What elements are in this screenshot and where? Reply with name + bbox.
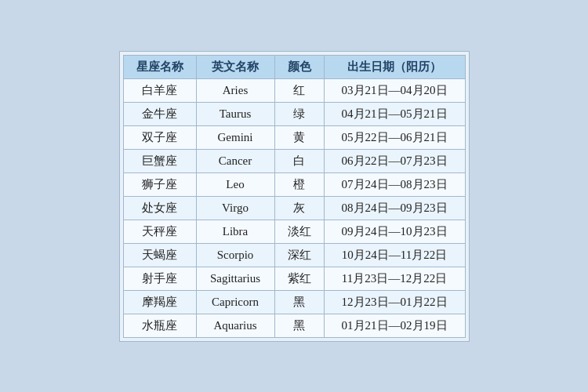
cell-english: Leo [196,172,274,196]
cell-chinese: 处女座 [123,196,196,220]
cell-english: Gemini [196,125,274,149]
cell-chinese: 天秤座 [123,220,196,243]
table-body: 白羊座Aries红03月21日—04月20日金牛座Taurus绿04月21日—0… [123,78,465,337]
cell-chinese: 天蝎座 [123,243,196,267]
cell-date: 11月23日—12月22日 [324,267,465,290]
cell-color: 淡红 [274,220,324,243]
cell-color: 紫红 [274,267,324,290]
header-english: 英文名称 [196,55,274,78]
cell-english: Sagittarius [196,267,274,290]
table-row: 狮子座Leo橙07月24日—08月23日 [123,172,465,196]
table-row: 白羊座Aries红03月21日—04月20日 [123,78,465,102]
cell-date: 04月21日—05月21日 [324,102,465,125]
cell-english: Aries [196,78,274,102]
cell-color: 黑 [274,314,324,337]
zodiac-table: 星座名称 英文名称 颜色 出生日期（阳历） 白羊座Aries红03月21日—04… [123,55,466,338]
cell-color: 绿 [274,102,324,125]
cell-chinese: 水瓶座 [123,314,196,337]
cell-date: 10月24日—11月22日 [324,243,465,267]
header-color: 颜色 [274,55,324,78]
cell-english: Libra [196,220,274,243]
cell-chinese: 射手座 [123,267,196,290]
cell-chinese: 狮子座 [123,172,196,196]
cell-color: 黄 [274,125,324,149]
cell-color: 灰 [274,196,324,220]
cell-chinese: 巨蟹座 [123,149,196,172]
header-date: 出生日期（阳历） [324,55,465,78]
cell-date: 09月24日—10月23日 [324,220,465,243]
header-chinese: 星座名称 [123,55,196,78]
table-row: 射手座Sagittarius紫红11月23日—12月22日 [123,267,465,290]
cell-color: 深红 [274,243,324,267]
cell-english: Scorpio [196,243,274,267]
cell-date: 01月21日—02月19日 [324,314,465,337]
table-row: 巨蟹座Cancer白06月22日—07月23日 [123,149,465,172]
table-row: 双子座Gemini黄05月22日—06月21日 [123,125,465,149]
table-row: 摩羯座Capricorn黑12月23日—01月22日 [123,290,465,314]
cell-chinese: 金牛座 [123,102,196,125]
cell-english: Capricorn [196,290,274,314]
zodiac-table-container: 星座名称 英文名称 颜色 出生日期（阳历） 白羊座Aries红03月21日—04… [119,51,470,342]
table-row: 金牛座Taurus绿04月21日—05月21日 [123,102,465,125]
cell-date: 03月21日—04月20日 [324,78,465,102]
table-row: 处女座Virgo灰08月24日—09月23日 [123,196,465,220]
cell-color: 白 [274,149,324,172]
cell-english: Cancer [196,149,274,172]
cell-date: 06月22日—07月23日 [324,149,465,172]
cell-chinese: 白羊座 [123,78,196,102]
cell-date: 12月23日—01月22日 [324,290,465,314]
table-row: 天秤座Libra淡红09月24日—10月23日 [123,220,465,243]
cell-color: 红 [274,78,324,102]
cell-chinese: 双子座 [123,125,196,149]
cell-chinese: 摩羯座 [123,290,196,314]
table-row: 天蝎座Scorpio深红10月24日—11月22日 [123,243,465,267]
table-row: 水瓶座Aquarius黑01月21日—02月19日 [123,314,465,337]
cell-color: 橙 [274,172,324,196]
cell-english: Aquarius [196,314,274,337]
cell-color: 黑 [274,290,324,314]
cell-english: Virgo [196,196,274,220]
cell-date: 05月22日—06月21日 [324,125,465,149]
cell-english: Taurus [196,102,274,125]
cell-date: 07月24日—08月23日 [324,172,465,196]
cell-date: 08月24日—09月23日 [324,196,465,220]
table-header-row: 星座名称 英文名称 颜色 出生日期（阳历） [123,55,465,78]
